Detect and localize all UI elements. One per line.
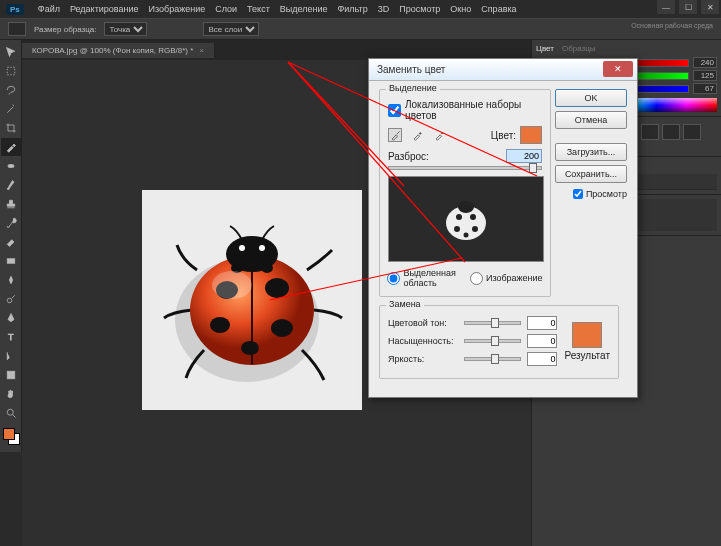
save-button[interactable]: Сохранить...	[555, 165, 627, 183]
hue-label: Цветовой тон:	[388, 318, 458, 328]
hue-slider[interactable]	[464, 321, 521, 325]
window-controls: — ☐ ✕	[657, 0, 719, 14]
type-tool[interactable]: T	[1, 328, 21, 346]
svg-point-3	[7, 298, 12, 303]
localized-checkbox[interactable]	[388, 104, 401, 117]
tools-panel: T	[0, 40, 22, 452]
heal-tool[interactable]	[1, 157, 21, 175]
brush-tool[interactable]	[1, 176, 21, 194]
menu-help[interactable]: Справка	[481, 4, 516, 14]
svg-point-21	[458, 201, 474, 213]
lasso-tool[interactable]	[1, 81, 21, 99]
hand-tool[interactable]	[1, 385, 21, 403]
svg-point-18	[261, 263, 273, 273]
light-label: Яркость:	[388, 354, 458, 364]
dialog-title: Заменить цвет	[377, 64, 445, 75]
b-value[interactable]: 67	[693, 83, 717, 94]
sat-slider[interactable]	[464, 339, 521, 343]
eyedropper-minus-icon[interactable]	[432, 128, 446, 142]
eyedropper-icon[interactable]	[388, 128, 402, 142]
replace-color-dialog: Заменить цвет ✕ OK Отмена Загрузить... С…	[368, 58, 638, 398]
color-tab[interactable]: Цвет	[536, 44, 554, 53]
light-slider[interactable]	[464, 357, 521, 361]
preview-checkbox[interactable]	[573, 189, 583, 199]
cancel-button[interactable]: Отмена	[555, 111, 627, 129]
sample-layers-select[interactable]: Все слои	[203, 22, 259, 36]
workspace-label[interactable]: Основная рабочая среда	[631, 22, 713, 29]
options-bar: Размер образца: Точка Все слои	[0, 18, 721, 40]
document-tab-title: КОРОВА.jpg @ 100% (Фон копия, RGB/8*) *	[32, 46, 193, 55]
zoom-tool[interactable]	[1, 404, 21, 422]
crop-tool[interactable]	[1, 119, 21, 137]
menu-view[interactable]: Просмотр	[399, 4, 440, 14]
canvas-image	[142, 190, 362, 410]
svg-point-22	[456, 214, 462, 220]
svg-point-13	[265, 278, 289, 298]
adjust-icon[interactable]	[662, 124, 680, 140]
sample-size-select[interactable]: Точка	[104, 22, 147, 36]
menu-edit[interactable]: Редактирование	[70, 4, 139, 14]
ok-button[interactable]: OK	[555, 89, 627, 107]
g-value[interactable]: 125	[693, 70, 717, 81]
svg-point-19	[212, 271, 252, 299]
pen-tool[interactable]	[1, 309, 21, 327]
menu-3d[interactable]: 3D	[378, 4, 390, 14]
svg-point-16	[241, 341, 259, 355]
color-label: Цвет:	[491, 130, 516, 141]
menu-text[interactable]: Текст	[247, 4, 270, 14]
blur-tool[interactable]	[1, 271, 21, 289]
selection-preview[interactable]	[388, 176, 544, 262]
dodge-tool[interactable]	[1, 290, 21, 308]
load-button[interactable]: Загрузить...	[555, 143, 627, 161]
svg-point-10	[239, 245, 245, 251]
sample-size-label: Размер образца:	[34, 25, 96, 34]
menu-window[interactable]: Окно	[450, 4, 471, 14]
eyedropper-plus-icon[interactable]	[410, 128, 424, 142]
gradient-tool[interactable]	[1, 252, 21, 270]
radio-selection[interactable]: Выделенная область	[387, 268, 456, 288]
replace-group: Замена Цветовой тон: Насыщенность: Яркос…	[379, 305, 619, 379]
shape-tool[interactable]	[1, 366, 21, 384]
eyedropper-tool[interactable]	[1, 138, 21, 156]
fuzziness-slider[interactable]	[388, 166, 542, 170]
minimize-button[interactable]: —	[657, 0, 675, 14]
adjust-icon[interactable]	[683, 124, 701, 140]
result-color-swatch[interactable]	[572, 322, 602, 348]
svg-rect-1	[8, 165, 14, 168]
path-tool[interactable]	[1, 347, 21, 365]
menu-layers[interactable]: Слои	[215, 4, 237, 14]
adjust-icon[interactable]	[641, 124, 659, 140]
dialog-titlebar[interactable]: Заменить цвет ✕	[369, 59, 637, 81]
swatches-tab[interactable]: Образцы	[562, 44, 596, 53]
dialog-close-button[interactable]: ✕	[603, 61, 633, 77]
svg-rect-5	[7, 371, 15, 379]
stamp-tool[interactable]	[1, 195, 21, 213]
marquee-tool[interactable]	[1, 62, 21, 80]
menu-filter[interactable]: Фильтр	[337, 4, 367, 14]
selection-color-swatch[interactable]	[520, 126, 542, 144]
menu-image[interactable]: Изображение	[149, 4, 206, 14]
close-button[interactable]: ✕	[701, 0, 719, 14]
color-controls[interactable]	[0, 428, 21, 452]
close-tab-icon[interactable]: ×	[199, 46, 204, 55]
move-tool[interactable]	[1, 43, 21, 61]
hue-input[interactable]	[527, 316, 557, 330]
fg-color-swatch[interactable]	[3, 428, 15, 440]
light-input[interactable]	[527, 352, 557, 366]
tool-preset-swatch[interactable]	[8, 22, 26, 36]
maximize-button[interactable]: ☐	[679, 0, 697, 14]
svg-point-11	[259, 245, 265, 251]
document-tab[interactable]: КОРОВА.jpg @ 100% (Фон копия, RGB/8*) * …	[22, 43, 215, 58]
selection-group-title: Выделение	[386, 83, 440, 93]
r-value[interactable]: 240	[693, 57, 717, 68]
radio-image[interactable]: Изображение	[470, 272, 543, 285]
sat-input[interactable]	[527, 334, 557, 348]
eraser-tool[interactable]	[1, 233, 21, 251]
menu-file[interactable]: Файл	[38, 4, 60, 14]
svg-point-6	[7, 409, 13, 415]
menu-select[interactable]: Выделение	[280, 4, 328, 14]
history-brush-tool[interactable]	[1, 214, 21, 232]
fuzziness-input[interactable]	[506, 149, 542, 163]
wand-tool[interactable]	[1, 100, 21, 118]
canvas[interactable]	[142, 190, 362, 410]
